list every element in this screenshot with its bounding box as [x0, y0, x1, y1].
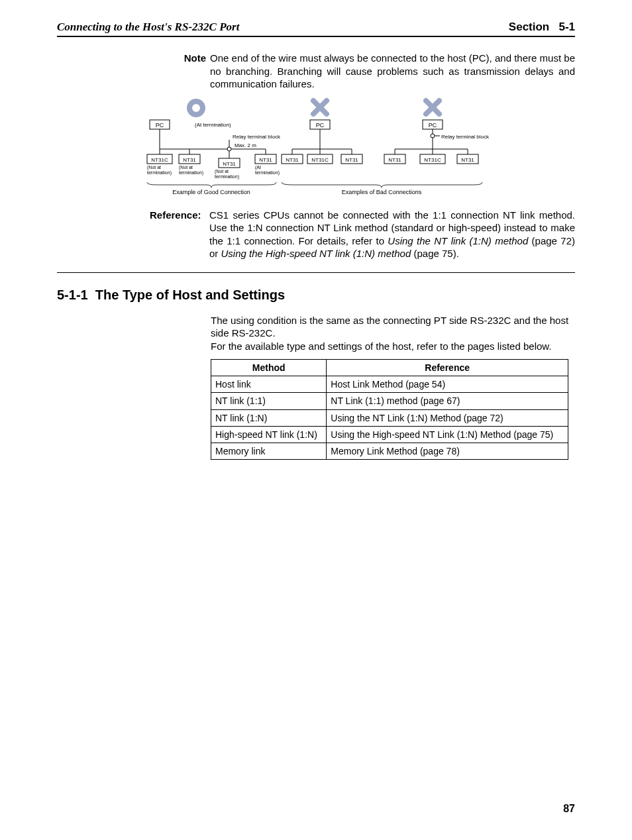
- cell-reference: NT Link (1:1) method (page 67): [327, 393, 568, 409]
- not-at-term-label: (Not at: [147, 165, 161, 170]
- methods-table: Method Reference Host link Host Link Met…: [211, 359, 568, 460]
- cell-method: NT link (1:N): [211, 409, 327, 426]
- nt-label: NT31C: [311, 157, 329, 163]
- cell-method: High-speed NT link (1:N): [211, 426, 327, 443]
- diagram-pc-label: PC: [429, 122, 437, 129]
- subsection-title-text: The Type of Host and Settings: [95, 288, 285, 302]
- section-word: Section: [509, 21, 549, 33]
- diagram-svg: PC (At termination) Relay terminal block…: [143, 97, 541, 197]
- good-caption: Example of Good Connection: [172, 189, 250, 195]
- ref-ital-1: Using the NT link (1:N) method: [388, 235, 528, 246]
- cell-method: NT link (1:1): [211, 393, 327, 409]
- subsection-para1: The using condition is the same as the c…: [211, 314, 575, 340]
- reference-text: CS1 series CPUs cannot be connected with…: [209, 209, 575, 260]
- section-divider: [57, 272, 575, 273]
- nt-label: NT31: [286, 157, 299, 163]
- ref-text-3: (page 75).: [411, 248, 459, 259]
- not-at-term-label: (Not at: [215, 169, 229, 174]
- table-row: High-speed NT link (1:N) Using the High-…: [211, 426, 568, 443]
- nt-label: NT31C: [151, 157, 168, 163]
- col-reference-header: Reference: [327, 360, 568, 376]
- nt-label: NT31: [461, 157, 474, 163]
- diagram-pc-label: PC: [316, 122, 325, 129]
- not-at-term-label2: termination): [179, 170, 203, 176]
- col-method-header: Method: [211, 360, 327, 376]
- running-head-left: Connecting to the Host's RS-232C Port: [57, 20, 239, 34]
- page-number: 87: [563, 802, 575, 816]
- good-icon: [189, 101, 203, 115]
- connection-diagram: PC (At termination) Relay terminal block…: [143, 97, 575, 197]
- diagram-at-termination-label: (At termination): [195, 122, 231, 128]
- bad-caption: Examples of Bad Connections: [342, 189, 422, 195]
- not-at-term-label2: termination): [147, 170, 172, 176]
- relay-block-label: Relay terminal block: [441, 134, 490, 140]
- note-label: Note: [176, 52, 210, 91]
- nt-label: NT31C: [424, 157, 441, 163]
- diagram-pc-label: PC: [156, 122, 164, 129]
- reference-block: Reference: CS1 series CPUs cannot be con…: [150, 209, 575, 260]
- nt-label: NT31: [183, 157, 196, 163]
- subsection-para2: For the available type and settings of t…: [211, 340, 575, 353]
- table-row: NT link (1:1) NT Link (1:1) method (page…: [211, 393, 568, 409]
- bad-icon: [313, 101, 327, 114]
- note-text: One end of the wire must always be conne…: [210, 52, 575, 91]
- cell-method: Host link: [211, 376, 327, 393]
- reference-label: Reference:: [150, 209, 209, 260]
- subsection-heading: 5-1-1 The Type of Host and Settings: [57, 286, 575, 303]
- not-at-term-label: (Not at: [179, 165, 193, 170]
- at-term-label2: termination): [255, 170, 280, 176]
- relay-node-icon: [227, 147, 231, 151]
- subsection-number: 5-1-1: [57, 288, 88, 302]
- table-row: NT link (1:N) Using the NT Link (1:N) Me…: [211, 409, 568, 426]
- brace-icon: [282, 182, 482, 187]
- nt-label: NT31: [388, 157, 401, 163]
- cell-reference: Using the High-speed NT Link (1:N) Metho…: [327, 426, 568, 443]
- table-row: Memory link Memory Link Method (page 78): [211, 443, 568, 460]
- cell-method: Memory link: [211, 443, 327, 460]
- running-head-right: Section 5-1: [509, 20, 575, 34]
- not-at-term-label2: termination): [215, 174, 239, 180]
- nt-label: NT31: [259, 157, 272, 163]
- nt-label: NT31: [223, 161, 236, 167]
- page-header: Connecting to the Host's RS-232C Port Se…: [57, 20, 575, 37]
- cell-reference: Host Link Method (page 54): [327, 376, 568, 393]
- section-number: 5-1: [558, 21, 575, 33]
- relay-block-label: Relay terminal block: [233, 134, 281, 140]
- cell-reference: Using the NT Link (1:N) Method (page 72): [327, 409, 568, 426]
- table-row: Host link Host Link Method (page 54): [211, 376, 568, 393]
- nt-label: NT31: [345, 157, 358, 163]
- ref-ital-2: Using the High-speed NT link (1:N) metho…: [221, 248, 411, 259]
- table-header-row: Method Reference: [211, 360, 568, 376]
- cell-reference: Memory Link Method (page 78): [327, 443, 568, 460]
- max-2m-label: Max. 2 m: [235, 142, 256, 148]
- brace-icon: [147, 182, 276, 187]
- bad-icon: [426, 101, 439, 114]
- at-term-label: (At: [255, 165, 261, 170]
- note-block: Note One end of the wire must always be …: [176, 52, 575, 91]
- relay-node-icon: [431, 134, 435, 138]
